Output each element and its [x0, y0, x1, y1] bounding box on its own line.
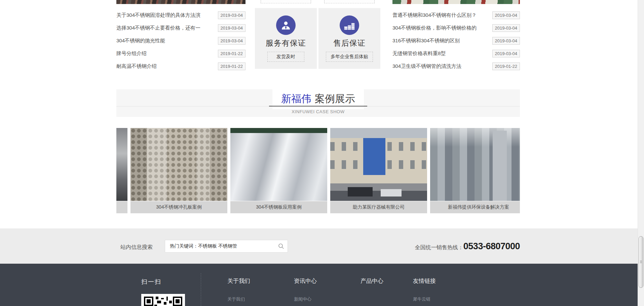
- news-item[interactable]: 304不锈钢板价格，影响不锈钢价格的 2019-03-04: [392, 24, 520, 32]
- news-date: 2019-03-04: [218, 24, 246, 32]
- case-card[interactable]: 新福伟提供环保设备解决方案: [430, 128, 520, 213]
- news-item[interactable]: 316不锈钢和304不锈钢的区别 2019-03-04: [392, 37, 520, 45]
- case-card[interactable]: 助力某医疗器械有限公司: [330, 128, 427, 213]
- hotline-number: 0533-6807000: [463, 241, 520, 252]
- case-caption[interactable]: 助力某医疗器械有限公司: [330, 201, 427, 213]
- guarantee-title: 服务有保证: [255, 38, 317, 48]
- news-title[interactable]: 304不锈钢板价格，影响不锈钢价格的: [392, 25, 477, 31]
- search-input[interactable]: [165, 240, 288, 253]
- news-date: 2019-03-04: [218, 11, 246, 19]
- news-title[interactable]: 304不锈钢的抛光性能: [116, 38, 165, 44]
- news-title[interactable]: 牌号分组介绍: [116, 50, 147, 57]
- news-title[interactable]: 耐高温不锈钢介绍: [116, 63, 157, 70]
- case-photo: [430, 128, 520, 201]
- footer-heading[interactable]: 资讯中心: [294, 277, 317, 285]
- news-item[interactable]: 无缝钢管价格表料重8型 2019-03-04: [392, 49, 520, 58]
- footer-link[interactable]: 关于我们: [227, 296, 245, 302]
- hotline-label: 全国统一销售热线：: [415, 244, 463, 251]
- case-photo: [330, 128, 427, 201]
- guarantee-module: 服务有保证 发货及时 售后保证 多年企业售后体贴: [255, 0, 380, 69]
- case-caption[interactable]: 304不锈钢冲孔板案例: [130, 201, 227, 213]
- section-subtitle: XINFUWEI CASE SHOW: [116, 109, 520, 114]
- footer-heading[interactable]: 关于我们: [227, 277, 250, 285]
- footer: 扫一扫: [0, 264, 644, 306]
- news-item[interactable]: 304不锈钢的抛光性能 2019-03-04: [116, 37, 245, 45]
- news-date: 2019-03-04: [492, 24, 520, 32]
- case-caption[interactable]: 304不锈钢板应用案例: [230, 201, 327, 213]
- case-caption[interactable]: 新福伟提供环保设备解决方案: [430, 201, 520, 213]
- top-section: 关于304不锈钢固溶处理的具体方法演 2019-03-04 选择304不锈钢不止…: [116, 0, 520, 89]
- coins-icon: [340, 15, 359, 35]
- news-title[interactable]: 普通不锈钢和304不锈钢有什么区别？: [392, 12, 477, 18]
- qr-heading: 扫一扫: [141, 278, 161, 286]
- news-column-left: 关于304不锈钢固溶处理的具体方法演 2019-03-04 选择304不锈钢不止…: [116, 0, 245, 75]
- user-icon: [276, 15, 296, 35]
- search-label: 站内信息搜索: [120, 244, 153, 251]
- case-card[interactable]: 304不锈钢冲孔板案例: [130, 128, 227, 213]
- brand-name: 新福伟: [281, 93, 311, 104]
- news-item[interactable]: 选择304不锈钢不止要看价格，还有一 2019-03-04: [116, 24, 245, 32]
- footer-divider: [201, 273, 201, 306]
- news-date: 2019-03-04: [492, 37, 520, 45]
- news-item[interactable]: 关于304不锈钢固溶处理的具体方法演 2019-03-04: [116, 11, 245, 19]
- footer-link[interactable]: 犀牛云链: [413, 296, 430, 302]
- section-title-text: 案例展示: [315, 93, 355, 104]
- scrollbar-grip-icon: [640, 261, 642, 261]
- footer-heading[interactable]: 产品中心: [361, 277, 383, 285]
- guarantee-top-fragments: [255, 0, 380, 3]
- news-item[interactable]: 牌号分组介绍 2019-01-22: [116, 49, 245, 58]
- case-photo: [230, 128, 327, 201]
- news-thumb-fragment-right: [392, 0, 520, 4]
- case-photo: [130, 128, 227, 201]
- guarantee-tag: 多年企业售后体贴: [326, 52, 373, 62]
- news-item[interactable]: 耐高温不锈钢介绍 2019-01-22: [116, 62, 245, 71]
- search-button[interactable]: [278, 243, 285, 250]
- news-title[interactable]: 关于304不锈钢固溶处理的具体方法演: [116, 12, 200, 18]
- guarantee-tag: 发货及时: [267, 52, 304, 62]
- webpage: 关于304不锈钢固溶处理的具体方法演 2019-03-04 选择304不锈钢不止…: [0, 0, 644, 306]
- news-date: 2019-01-22: [218, 50, 246, 58]
- scrollbar-track[interactable]: [638, 0, 644, 306]
- footer-link[interactable]: 新闻中心: [294, 296, 311, 302]
- search-icon: [278, 246, 285, 251]
- footer-heading[interactable]: 友情链接: [413, 277, 436, 285]
- case-caption: [116, 201, 127, 213]
- news-item[interactable]: 304卫生级不锈钢管的清洗方法 2019-01-22: [392, 62, 520, 71]
- site-search-band: 站内信息搜索 全国统一销售热线： 0533-6807000: [0, 228, 644, 264]
- news-title[interactable]: 选择304不锈钢不止要看价格，还有一: [116, 25, 200, 31]
- news-list-left: 关于304不锈钢固溶处理的具体方法演 2019-03-04 选择304不锈钢不止…: [116, 11, 245, 71]
- news-title[interactable]: 316不锈钢和304不锈钢的区别: [392, 38, 460, 44]
- qr-code: [141, 294, 185, 306]
- news-item[interactable]: 普通不锈钢和304不锈钢有什么区别？ 2019-03-04: [392, 11, 520, 19]
- news-date: 2019-01-22: [218, 62, 246, 71]
- case-carousel: 304不锈钢冲孔板案例 304不锈钢板应用案例 助力某医疗器械有限公司 新福伟提…: [116, 128, 520, 213]
- case-card-partial[interactable]: [116, 128, 127, 213]
- case-card[interactable]: 304不锈钢板应用案例: [230, 128, 327, 213]
- news-date: 2019-03-04: [492, 50, 520, 58]
- guarantee-card-service[interactable]: 服务有保证 发货及时: [255, 8, 317, 69]
- guarantee-title: 售后保证: [318, 38, 380, 48]
- guarantee-card-aftersale[interactable]: 售后保证 多年企业售后体贴: [318, 8, 380, 69]
- scrollbar-thumb[interactable]: [639, 236, 643, 288]
- news-date: 2019-03-04: [492, 11, 520, 19]
- case-photo: [116, 128, 127, 201]
- news-list-right: 普通不锈钢和304不锈钢有什么区别？ 2019-03-04 304不锈钢板价格，…: [392, 11, 520, 71]
- news-title[interactable]: 无缝钢管价格表料重8型: [392, 50, 446, 57]
- hotline: 全国统一销售热线： 0533-6807000: [415, 241, 520, 252]
- dashed-box-fragment: [324, 0, 375, 3]
- case-section-header: 新福伟案例展示 XINFUWEI CASE SHOW: [116, 89, 520, 117]
- divider-line-accent: [269, 106, 367, 106]
- dashed-box-fragment: [261, 0, 311, 3]
- news-date: 2019-03-04: [218, 37, 246, 45]
- news-title[interactable]: 304卫生级不锈钢管的清洗方法: [392, 63, 461, 70]
- news-date: 2019-01-22: [492, 62, 520, 71]
- news-thumb-fragment-left: [116, 0, 245, 4]
- news-column-right: 普通不锈钢和304不锈钢有什么区别？ 2019-03-04 304不锈钢板价格，…: [392, 0, 520, 75]
